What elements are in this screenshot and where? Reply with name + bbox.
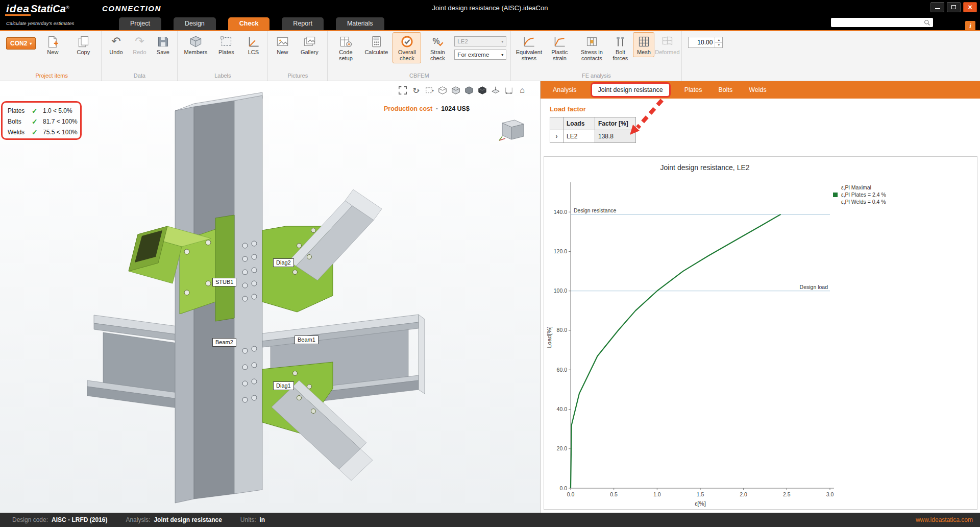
strain-check-icon: %	[431, 34, 445, 49]
restore-button[interactable]	[947, 2, 961, 12]
plates-label: Plates	[218, 50, 234, 56]
copy-project-item-button[interactable]: Copy	[69, 33, 97, 57]
connection-selector-button[interactable]: CON2 ▾	[6, 37, 36, 50]
load-factor-table: Loads Factor [%] › LE2 138.8	[550, 117, 636, 143]
save-button[interactable]: Save	[153, 33, 173, 57]
stepper-arrows[interactable]: ▴ ▾	[715, 37, 722, 47]
chevron-down-icon: ▾	[501, 39, 503, 44]
analysis-value: Joint design resistance	[154, 516, 222, 523]
plastic-strain-toggle[interactable]: Plastic strain	[546, 33, 573, 63]
results-panel: Analysis Joint design resistance Plates …	[541, 81, 980, 513]
svg-text:2.0: 2.0	[740, 491, 747, 497]
row-expander[interactable]: ›	[550, 130, 564, 143]
model-green-plate-upper[interactable]	[215, 215, 234, 321]
results-tab-bolts[interactable]: Bolts	[714, 83, 737, 97]
svg-text:1.5: 1.5	[697, 491, 704, 497]
status-analysis: Analysis: Joint design resistance	[126, 516, 222, 523]
units-label: Units:	[240, 516, 256, 523]
home-view-button[interactable]: ⌂	[518, 85, 527, 95]
member-label-diag2[interactable]: Diag2	[273, 258, 294, 267]
cell-load-case[interactable]: LE2	[564, 130, 595, 143]
orbit-button[interactable]: ↻▾	[411, 85, 421, 95]
minimize-button[interactable]	[930, 2, 944, 12]
svg-text:%: %	[432, 37, 439, 45]
undo-icon: ↶	[111, 34, 120, 49]
undo-label: Undo	[109, 50, 122, 56]
stepper-down-icon[interactable]: ▾	[715, 43, 722, 48]
dimensions-button[interactable]	[504, 85, 513, 95]
member-label-beam1[interactable]: Beam1	[295, 336, 318, 344]
app-logo: ideaStatiCa®	[5, 3, 69, 15]
mesh-toggle[interactable]: Mesh	[633, 33, 654, 57]
stress-in-contacts-toggle[interactable]: Stress in contacts	[576, 33, 607, 63]
member-label-beam2[interactable]: Beam2	[212, 338, 236, 347]
cell-load-factor[interactable]: 138.8	[595, 130, 636, 143]
3d-viewport[interactable]: STUB1 Diag2 Beam2 Beam1 Diag1 Plates ✓ 1…	[0, 81, 541, 513]
clipping-plane-button[interactable]	[491, 85, 500, 95]
units-value: in	[260, 516, 265, 523]
svg-text:140.0: 140.0	[554, 209, 567, 215]
model-stub1[interactable]	[129, 226, 215, 314]
undo-button[interactable]: ↶ Undo	[106, 33, 126, 57]
gallery-button[interactable]: Gallery	[296, 33, 323, 57]
deformed-toggle[interactable]: Deformed	[657, 33, 677, 57]
viewport-toolbar: ↻▾ ▾ ⌂	[398, 85, 527, 95]
svg-text:80.0: 80.0	[557, 327, 568, 333]
strain-check-toggle[interactable]: % Strain check	[424, 33, 451, 63]
svg-text:100.0: 100.0	[554, 288, 567, 294]
load-case-dropdown[interactable]: LE2 ▾	[454, 36, 506, 46]
overall-check-icon	[400, 34, 414, 49]
member-label-stub1[interactable]: STUB1	[212, 278, 236, 286]
member-label-diag1[interactable]: Diag1	[273, 381, 294, 390]
3d-model-scene[interactable]	[0, 81, 541, 513]
stepper-up-icon[interactable]: ▴	[715, 37, 722, 43]
new-project-item-button[interactable]: New	[39, 33, 66, 57]
tab-design[interactable]: Design	[174, 17, 216, 30]
wireframe-view-button[interactable]	[438, 85, 447, 95]
select-mode-button[interactable]: ▾	[425, 85, 434, 95]
logo-statica: StatiCa	[31, 3, 66, 14]
extreme-value: For extreme	[457, 52, 489, 58]
info-button[interactable]: i	[965, 21, 975, 31]
svg-text:0.5: 0.5	[610, 491, 618, 497]
shaded-view-button[interactable]	[451, 85, 460, 95]
redo-button[interactable]: ↷ Redo	[129, 33, 150, 57]
resistance-chart-card: Joint design resistance, LE2 0.020.040.0…	[544, 156, 977, 510]
solid-view-button[interactable]	[464, 85, 474, 95]
logo-registered-mark: ®	[66, 5, 69, 10]
bolt-forces-toggle[interactable]: Bolt forces	[610, 33, 630, 63]
tab-check[interactable]: Check	[228, 17, 270, 30]
tab-report[interactable]: Report	[282, 17, 324, 30]
extreme-dropdown[interactable]: For extreme ▾	[454, 50, 506, 60]
save-icon	[156, 34, 170, 49]
view-cube[interactable]	[495, 113, 528, 145]
tab-project[interactable]: Project	[119, 17, 161, 30]
results-tab-analysis[interactable]: Analysis	[549, 83, 581, 97]
lcs-toggle[interactable]: LCS	[243, 33, 263, 57]
calculate-button[interactable]: Calculate	[362, 33, 390, 57]
search-input[interactable]	[834, 19, 922, 26]
members-labels-toggle[interactable]: Members	[182, 33, 209, 57]
transparent-view-button[interactable]	[478, 85, 487, 95]
close-button[interactable]: ×	[963, 2, 977, 12]
overall-check-toggle[interactable]: Overall check	[393, 33, 421, 63]
equivalent-stress-icon	[522, 34, 536, 49]
results-tab-welds[interactable]: Welds	[745, 83, 771, 97]
deformed-scale-stepper[interactable]: 10.00 ▴ ▾	[688, 37, 723, 48]
svg-text:0.0: 0.0	[567, 491, 575, 497]
minimize-icon	[935, 8, 940, 9]
window-controls: ×	[930, 2, 977, 12]
results-tab-plates[interactable]: Plates	[680, 83, 706, 97]
website-link[interactable]: www.ideastatica.com	[916, 516, 973, 523]
group-title-fe-analysis: FE analysis	[515, 71, 677, 80]
close-icon: ×	[968, 3, 972, 11]
results-tab-joint-design-resistance[interactable]: Joint design resistance	[592, 84, 669, 96]
ribbon-group-fe-analysis: Equivalent stress Plastic strain Stress …	[511, 31, 682, 81]
model-diag2[interactable]	[262, 189, 382, 312]
tab-materials[interactable]: Materials	[336, 17, 384, 30]
plates-labels-toggle[interactable]: Plates	[212, 33, 240, 57]
equivalent-stress-toggle[interactable]: Equivalent stress	[515, 33, 543, 63]
new-picture-button[interactable]: New	[272, 33, 292, 57]
zoom-extents-button[interactable]	[398, 85, 407, 95]
code-setup-button[interactable]: Code setup	[332, 33, 359, 63]
